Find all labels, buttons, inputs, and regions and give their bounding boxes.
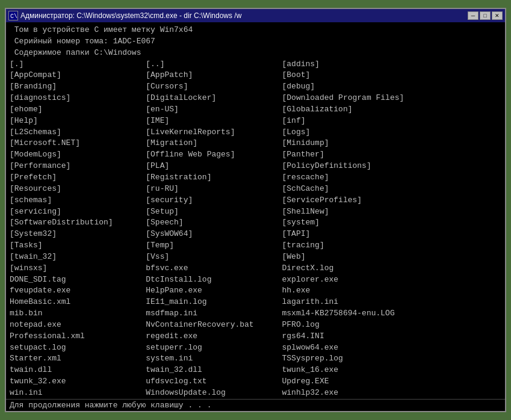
console-line: [Performance] [PLA] [PolicyDefinitions] [10, 161, 501, 172]
console-line: mib.bin msdfmap.ini msxml4-KB2758694-enu… [10, 308, 501, 320]
console-line: [Microsoft.NET] [Migration] [Minidump] [10, 138, 501, 149]
console-output: Том в устройстве С имеет метку Win7x64 С… [6, 22, 505, 399]
console-line: Серийный номер тома: 1ADC-E067 [10, 36, 501, 48]
console-line: DONE_SDI.tag DtcInstall.log explorer.exe [10, 274, 501, 286]
title-bar-buttons: ─ □ ✕ [468, 11, 503, 20]
console-line: setupact.log setuperr.log splwow64.exe [10, 342, 501, 354]
title-bar-text: Администратор: C:\Windows\system32\cmd.e… [20, 11, 241, 20]
console-line: [SoftwareDistribution] [Speech] [system] [10, 217, 501, 229]
console-line: [Prefetch] [Registration] [rescache] [10, 172, 501, 184]
console-line: [Help] [IME] [inf] [10, 116, 501, 127]
console-line: [twain_32] [Vss] [Web] [10, 252, 501, 263]
console-line: [schemas] [security] [ServiceProfiles] [10, 195, 501, 206]
minimize-button[interactable]: ─ [468, 11, 478, 20]
svg-text:C\: C\ [10, 13, 17, 20]
console-line: [System32] [SysWOW64] [TAPI] [10, 229, 501, 240]
console-line: win.ini WindowsUpdate.log winhlp32.exe [10, 388, 501, 399]
console-line: [winsxs] bfsvc.exe DirectX.log [10, 263, 501, 274]
console-line: [diagnostics] [DigitalLocker] [Downloade… [10, 93, 501, 104]
console-line: Содержимое папки C:\Windows [10, 48, 501, 59]
close-button[interactable]: ✕ [492, 11, 503, 20]
console-line: [ehome] [en-US] [Globalization] [10, 104, 501, 116]
maximize-button[interactable]: □ [480, 11, 491, 20]
title-bar: C\ Администратор: C:\Windows\system32\cm… [6, 9, 505, 22]
console-line: [ModemLogs] [Offline Web Pages] [Panther… [10, 149, 501, 161]
console-line: notepad.exe NvContainerRecovery.bat PFRO… [10, 320, 501, 331]
status-bar: Для продолжения нажмите любую клавишу . … [6, 399, 505, 411]
console-line: HomeBasic.xml IE11_main.log lagarith.ini [10, 297, 501, 308]
console-line: Том в устройстве С имеет метку Win7x64 [10, 25, 501, 36]
console-line: [Tasks] [Temp] [tracing] [10, 240, 501, 252]
console-line: [AppCompat] [AppPatch] [Boot] [10, 70, 501, 81]
console-line: [Resources] [ru-RU] [SchCache] [10, 184, 501, 195]
cmd-window: C\ Администратор: C:\Windows\system32\cm… [5, 8, 506, 412]
console-line: [servicing] [Setup] [ShellNew] [10, 206, 501, 218]
cmd-icon: C\ [8, 11, 18, 20]
console-line: [Branding] [Cursors] [debug] [10, 81, 501, 93]
console-line: [L2Schemas] [LiveKernelReports] [Logs] [10, 127, 501, 138]
title-bar-left: C\ Администратор: C:\Windows\system32\cm… [8, 11, 241, 20]
console-line: Starter.xml system.ini TSSysprep.log [10, 353, 501, 365]
console-line: twunk_32.exe ufdsvclog.txt Updreg.EXE [10, 376, 501, 388]
console-line: Professional.xml regedit.exe rgs64.INI [10, 331, 501, 342]
console-line: fveupdate.exe HelpPane.exe hh.exe [10, 285, 501, 297]
console-line: [.] [..] [addins] [10, 59, 501, 70]
console-line: twain.dll twain_32.dll twunk_16.exe [10, 365, 501, 376]
